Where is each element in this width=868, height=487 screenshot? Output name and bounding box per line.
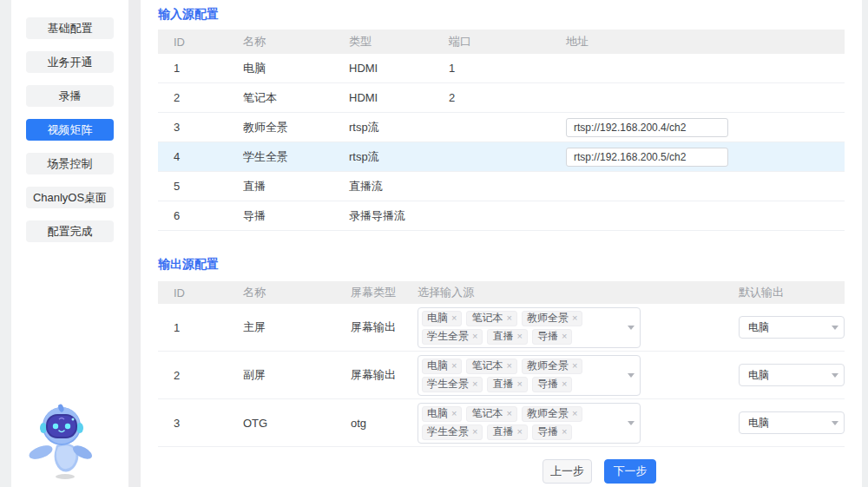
default-output-select[interactable]: 电脑 xyxy=(739,411,845,434)
col-name: 名称 xyxy=(243,285,351,300)
sidebar-item-scene-control[interactable]: 场景控制 xyxy=(26,153,114,174)
remove-tag-icon[interactable]: × xyxy=(516,379,522,389)
input-section-title: 输入源配置 xyxy=(158,7,845,21)
table-row-highlighted: 4 学生全景 rtsp流 xyxy=(158,142,845,172)
remove-tag-icon[interactable]: × xyxy=(451,361,457,371)
cell-name: 教师全景 xyxy=(243,120,349,135)
cell-id: 5 xyxy=(174,180,243,193)
remove-tag-icon[interactable]: × xyxy=(562,332,567,341)
chevron-down-icon[interactable] xyxy=(628,326,635,330)
sidebar: 基础配置 业务开通 录播 视频矩阵 场景控制 ChanlyOS桌面 配置完成 xyxy=(11,0,128,487)
page: 基础配置 业务开通 录播 视频矩阵 场景控制 ChanlyOS桌面 配置完成 xyxy=(0,0,868,487)
col-id: ID xyxy=(174,286,243,299)
remove-tag-icon[interactable]: × xyxy=(516,427,522,437)
cell-name: 笔记本 xyxy=(243,90,349,106)
table-row: 1 电脑 HDMI 1 xyxy=(158,54,845,83)
remove-tag-icon[interactable]: × xyxy=(472,332,477,341)
selected-input-tag: 学生全景× xyxy=(422,424,483,440)
selected-input-tag: 导播× xyxy=(532,329,572,345)
rtsp-address-input[interactable] xyxy=(566,118,728,137)
cell-select-input: 电脑× 笔记本× 教师全景× 学生全景× 直播× 导播× xyxy=(418,355,739,396)
selected-input-tag: 电脑× xyxy=(422,406,462,422)
remove-tag-icon[interactable]: × xyxy=(516,332,522,341)
input-source-multiselect[interactable]: 电脑× 笔记本× 教师全景× 学生全景× 直播× 导播× xyxy=(418,307,641,348)
chevron-down-icon[interactable] xyxy=(832,421,838,425)
cell-type: HDMI xyxy=(349,62,449,75)
chevron-down-icon[interactable] xyxy=(628,421,635,425)
table-row: 6 导播 录播导播流 xyxy=(158,201,845,231)
col-address: 地址 xyxy=(566,34,845,49)
table-row: 1 主屏 屏幕输出 电脑× 笔记本× 教师全景× 学生全景× 直播× 导播× xyxy=(158,304,845,352)
cell-id: 2 xyxy=(174,369,243,382)
remove-tag-icon[interactable]: × xyxy=(506,361,511,371)
col-screen-type: 屏幕类型 xyxy=(351,285,418,300)
next-step-button[interactable]: 下一步 xyxy=(604,459,656,484)
default-output-select[interactable]: 电脑 xyxy=(739,316,845,339)
left-edge xyxy=(0,0,11,487)
input-source-multiselect[interactable]: 电脑× 笔记本× 教师全景× 学生全景× 直播× 导播× xyxy=(418,403,641,444)
remove-tag-icon[interactable]: × xyxy=(472,427,477,437)
col-type: 类型 xyxy=(349,34,449,49)
remove-tag-icon[interactable]: × xyxy=(572,409,577,418)
cell-type: rtsp流 xyxy=(349,149,449,165)
chevron-down-icon[interactable] xyxy=(832,326,838,330)
sidebar-item-basic-config[interactable]: 基础配置 xyxy=(26,17,114,39)
chevron-down-icon[interactable] xyxy=(832,373,838,378)
cell-name: OTG xyxy=(243,417,351,430)
cell-address xyxy=(566,118,845,137)
cell-id: 1 xyxy=(174,321,243,334)
cell-name: 电脑 xyxy=(243,61,349,76)
selected-input-tag: 笔记本× xyxy=(466,359,516,374)
sidebar-item-config-complete[interactable]: 配置完成 xyxy=(26,220,114,242)
sidebar-item-business-activation[interactable]: 业务开通 xyxy=(26,51,114,73)
col-default-output: 默认输出 xyxy=(739,285,845,300)
selected-input-tag: 笔记本× xyxy=(466,406,516,422)
rtsp-address-input[interactable] xyxy=(566,148,728,167)
output-table-header: ID 名称 屏幕类型 选择输入源 默认输出 xyxy=(158,281,845,304)
cell-name: 主屏 xyxy=(243,319,351,335)
selected-input-tag: 导播× xyxy=(532,424,572,440)
right-edge xyxy=(862,0,868,487)
col-port: 端口 xyxy=(449,34,566,49)
main-content: 输入源配置 ID 名称 类型 端口 地址 1 电脑 HDMI 1 2 xyxy=(141,0,862,487)
cell-type: 录播导播流 xyxy=(349,208,449,224)
remove-tag-icon[interactable]: × xyxy=(451,409,457,418)
remove-tag-icon[interactable]: × xyxy=(506,409,511,418)
selected-input-tag: 学生全景× xyxy=(422,329,483,345)
col-select-input: 选择输入源 xyxy=(418,285,739,300)
input-table-header: ID 名称 类型 端口 地址 xyxy=(158,30,845,54)
cell-screen-type: 屏幕输出 xyxy=(351,367,418,383)
table-row: 3 教师全景 rtsp流 xyxy=(158,113,845,142)
cell-default-output: 电脑 xyxy=(739,411,845,434)
sidebar-item-chanlyos-desktop[interactable]: ChanlyOS桌面 xyxy=(26,187,114,208)
cell-name: 学生全景 xyxy=(243,149,349,165)
cell-id: 2 xyxy=(174,91,243,104)
selected-input-tag: 直播× xyxy=(487,377,527,392)
remove-tag-icon[interactable]: × xyxy=(572,313,577,323)
sidebar-item-video-matrix[interactable]: 视频矩阵 xyxy=(26,119,114,141)
remove-tag-icon[interactable]: × xyxy=(562,427,567,437)
input-source-multiselect[interactable]: 电脑× 笔记本× 教师全景× 学生全景× 直播× 导播× xyxy=(418,355,641,396)
output-source-section: 输出源配置 ID 名称 屏幕类型 选择输入源 默认输出 1 主屏 屏幕输出 xyxy=(158,257,845,447)
output-source-table: ID 名称 屏幕类型 选择输入源 默认输出 1 主屏 屏幕输出 电脑× 笔记本× xyxy=(158,281,845,447)
remove-tag-icon[interactable]: × xyxy=(562,379,567,389)
selected-input-tag: 直播× xyxy=(487,329,527,345)
selected-input-tag: 学生全景× xyxy=(422,377,483,392)
remove-tag-icon[interactable]: × xyxy=(472,379,477,389)
default-output-select[interactable]: 电脑 xyxy=(739,364,845,386)
cell-name: 导播 xyxy=(243,208,349,224)
chevron-down-icon[interactable] xyxy=(628,373,635,378)
previous-step-button[interactable]: 上一步 xyxy=(542,459,592,484)
remove-tag-icon[interactable]: × xyxy=(506,313,511,323)
output-section-title: 输出源配置 xyxy=(158,257,845,271)
col-name: 名称 xyxy=(243,34,349,49)
sidebar-item-recording[interactable]: 录播 xyxy=(26,85,114,107)
remove-tag-icon[interactable]: × xyxy=(451,313,457,323)
robot-mascot-icon xyxy=(23,402,96,482)
remove-tag-icon[interactable]: × xyxy=(572,361,577,371)
cell-default-output: 电脑 xyxy=(739,364,845,386)
panel-divider xyxy=(128,0,141,487)
selected-input-tag: 电脑× xyxy=(422,311,462,326)
cell-screen-type: otg xyxy=(351,417,418,430)
table-row: 2 副屏 屏幕输出 电脑× 笔记本× 教师全景× 学生全景× 直播× 导播× xyxy=(158,352,845,399)
